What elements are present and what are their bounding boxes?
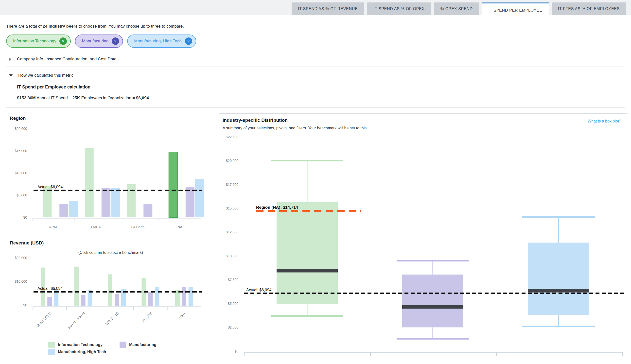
calc-title: IT Spend per Employee calculation xyxy=(17,84,90,90)
x-axis-label: LA Carib xyxy=(131,225,144,229)
section-how-we-calculated-label: How we calculated this metric xyxy=(18,73,74,78)
legend-label: Manufacturing xyxy=(129,342,156,347)
actual-label: Actual: $6,094 xyxy=(246,288,272,292)
x-axis-label: NA xyxy=(178,225,182,229)
bar-region-la-carib-manufacturing[interactable] xyxy=(144,204,152,217)
chip-manufacturing[interactable]: Manufacturing✕ xyxy=(75,34,123,48)
chart-subtitle: (Click column to select a benchmark) xyxy=(78,250,143,254)
legend-swatch-icon xyxy=(48,342,55,348)
legend-swatch-icon xyxy=(48,349,55,355)
top-tab-bar: IT SPEND AS % OF REVENUEIT SPEND AS % OF… xyxy=(0,0,631,15)
y-axis-label: $10,000 xyxy=(14,171,27,175)
tab-it-ftes-as-of-employees[interactable]: IT FTES AS % OF EMPLOYEES xyxy=(552,2,626,15)
legend-row: Information TechnologyManufacturing xyxy=(48,342,156,348)
bar-revenue-500-m-1b-information-technology[interactable] xyxy=(108,274,112,306)
y-axis-label: $20,000 xyxy=(14,256,27,260)
y-axis-label: $15,000 xyxy=(226,206,238,210)
tab-it-spend-per-employee[interactable]: IT SPEND PER EMPLOYEE xyxy=(482,2,549,17)
region-chart: Region$0$5,000$10,000$15,000$20,000APACE… xyxy=(6,110,213,235)
legend-item-manufacturing-high-tech: Manufacturing, High Tech xyxy=(48,349,106,355)
x-axis-label: 500 M - 1B xyxy=(104,311,119,326)
divider xyxy=(6,66,625,67)
section-company-info-label: Company Info, Instance Configuration, an… xyxy=(17,57,116,62)
bar-region-emea-information-technology[interactable] xyxy=(85,148,94,217)
actual-label: Actual: $6,094 xyxy=(38,286,62,290)
y-axis-label: $15,000 xyxy=(14,149,27,153)
bar-revenue-1b-10b-manufacturing[interactable] xyxy=(148,292,152,306)
tab-it-spend-as-of-revenue[interactable]: IT SPEND AS % OF REVENUE xyxy=(292,2,364,15)
box-manufacturing-high-tech[interactable] xyxy=(522,217,595,326)
bar-revenue-under-250-m-manufacturing-high-tech[interactable] xyxy=(54,290,58,306)
y-axis-label: $20,000 xyxy=(14,127,27,130)
y-axis-label: $2,500 xyxy=(228,325,238,329)
calc-text: Annual IT Spend ÷ xyxy=(36,96,72,100)
y-axis-label: $5,000 xyxy=(228,302,238,306)
bar-region-apac-manufacturing[interactable] xyxy=(60,204,68,217)
bar-region-emea-manufacturing-high-tech[interactable] xyxy=(111,188,120,217)
bar-region-emea-manufacturing[interactable] xyxy=(102,188,110,217)
x-axis-label: 10B+ xyxy=(178,311,186,320)
tab-it-spend-as-of-opex[interactable]: IT SPEND AS % OF OPEX xyxy=(367,2,431,15)
peer-note: There are a total of 24 industry peers t… xyxy=(6,24,184,29)
x-circle-icon[interactable]: ✕ xyxy=(185,38,192,45)
chip-information-technology[interactable]: Information Technology✕ xyxy=(6,34,71,48)
calc-result: $6,094 xyxy=(136,96,149,100)
x-axis-label: 1B - 10B xyxy=(141,311,153,324)
section-how-we-calculated[interactable]: How we calculated this metric xyxy=(9,72,74,78)
tab-opex-spend[interactable]: % OPEX SPEND xyxy=(434,2,479,15)
x-circle-icon[interactable]: ✕ xyxy=(60,38,67,45)
chip-manufacturing-high-tech[interactable]: Manufacturing, High Tech✕ xyxy=(127,34,196,48)
chevron-down-icon xyxy=(9,74,12,77)
metric-tabs: IT SPEND AS % OF REVENUEIT SPEND AS % OF… xyxy=(292,2,626,17)
divider xyxy=(6,108,625,108)
legend-row: Manufacturing, High Tech xyxy=(48,349,156,355)
revenue-chart-svg: Revenue (USD)(Click column to select a b… xyxy=(6,232,213,342)
bar-revenue-under-250-m-manufacturing[interactable] xyxy=(47,297,52,306)
bar-region-na-manufacturing-high-tech[interactable] xyxy=(195,179,204,217)
bar-revenue-250-m-500-m-manufacturing[interactable] xyxy=(81,295,86,306)
bar-region-la-carib-information-technology[interactable] xyxy=(127,184,136,217)
chip-label: Manufacturing xyxy=(82,39,108,44)
y-axis-label: $10,000 xyxy=(226,254,238,258)
calc-it-spend: $152.36M xyxy=(17,96,36,100)
y-axis-label: $22,500 xyxy=(226,135,238,139)
y-axis-label: $10,000 xyxy=(14,280,27,284)
bar-revenue-10b-manufacturing-high-tech[interactable] xyxy=(188,286,193,306)
chart-legend: Information TechnologyManufacturingManuf… xyxy=(48,342,156,355)
calc-employees: 25K xyxy=(72,96,80,100)
divider xyxy=(0,361,631,361)
region-chart-svg: Region$0$5,000$10,000$15,000$20,000APACE… xyxy=(6,110,213,235)
y-axis-label: $12,500 xyxy=(226,230,238,234)
y-axis-label: $20,000 xyxy=(226,159,238,163)
bar-revenue-250-m-500-m-information-technology[interactable] xyxy=(74,267,79,306)
bar-revenue-10b-information-technology[interactable] xyxy=(175,290,180,306)
x-axis-label: EMEA xyxy=(91,225,101,229)
y-axis-label: $5,000 xyxy=(16,193,27,197)
what-is-box-plot-link[interactable]: What is a box plot? xyxy=(588,119,621,124)
calc-text: Employees in Organization = xyxy=(80,96,136,100)
calc-formula: $152.36M Annual IT Spend ÷ 25K Employees… xyxy=(17,96,149,100)
bar-region-la-carib-manufacturing-high-tech[interactable] xyxy=(153,217,162,217)
peer-note-text: There are a total of xyxy=(6,24,43,28)
chip-label: Manufacturing, High Tech xyxy=(134,39,182,44)
bar-region-apac-information-technology[interactable] xyxy=(43,186,52,217)
industry-chips: Information Technology✕Manufacturing✕Man… xyxy=(6,34,196,48)
bar-revenue-1b-10b-manufacturing-high-tech[interactable] xyxy=(155,287,159,306)
bar-revenue-500-m-1b-manufacturing[interactable] xyxy=(114,294,119,306)
bar-region-na-information-technology[interactable] xyxy=(169,152,178,217)
bar-region-na-manufacturing[interactable] xyxy=(186,187,194,217)
bar-region-apac-manufacturing-high-tech[interactable] xyxy=(69,201,78,217)
y-axis-label: $7,500 xyxy=(228,278,238,282)
revenue-chart: Revenue (USD)(Click column to select a b… xyxy=(6,232,213,342)
bar-revenue-10b-manufacturing[interactable] xyxy=(182,287,186,306)
section-company-info[interactable]: Company Info, Instance Configuration, an… xyxy=(9,56,116,62)
legend-swatch-icon xyxy=(120,342,126,348)
chart-title: Revenue (USD) xyxy=(10,240,44,246)
x-circle-icon[interactable]: ✕ xyxy=(112,38,119,45)
peer-count: 24 industry peers xyxy=(43,24,78,28)
x-axis-label: 250 M - 500 M xyxy=(67,311,86,330)
benchmark-label: Region (NA): $14,714 xyxy=(256,205,298,210)
box-manufacturing[interactable] xyxy=(396,261,469,339)
panel-title: Industry-specific Distribution xyxy=(222,118,288,123)
y-axis-label: $0 xyxy=(23,216,27,219)
